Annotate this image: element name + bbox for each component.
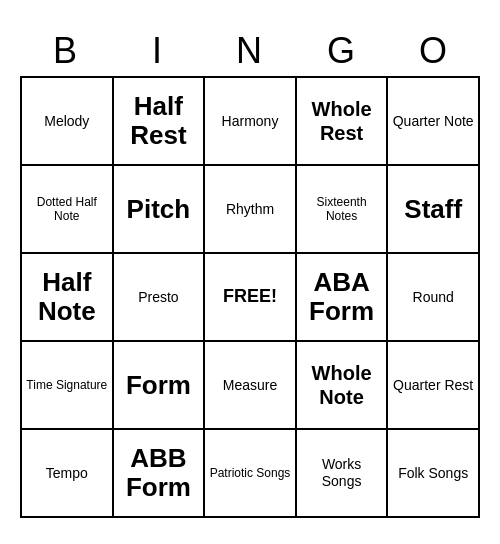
bingo-cell: Time Signature	[22, 342, 114, 430]
header-letter: G	[296, 26, 388, 76]
bingo-cell: Whole Note	[297, 342, 389, 430]
bingo-cell: ABA Form	[297, 254, 389, 342]
bingo-cell: Presto	[114, 254, 206, 342]
bingo-cell: Staff	[388, 166, 480, 254]
bingo-cell: Quarter Note	[388, 78, 480, 166]
header-letter: O	[388, 26, 480, 76]
bingo-cell: Half Rest	[114, 78, 206, 166]
bingo-cell: FREE!	[205, 254, 297, 342]
bingo-cell: Half Note	[22, 254, 114, 342]
header-letter: B	[20, 26, 112, 76]
header-letter: I	[112, 26, 204, 76]
bingo-cell: Measure	[205, 342, 297, 430]
bingo-cell: Works Songs	[297, 430, 389, 518]
bingo-grid: MelodyHalf RestHarmonyWhole RestQuarter …	[20, 76, 480, 518]
bingo-card: BINGO MelodyHalf RestHarmonyWhole RestQu…	[20, 26, 480, 518]
header-letter: N	[204, 26, 296, 76]
bingo-cell: Rhythm	[205, 166, 297, 254]
bingo-header: BINGO	[20, 26, 480, 76]
bingo-cell: Folk Songs	[388, 430, 480, 518]
bingo-cell: Melody	[22, 78, 114, 166]
bingo-cell: Form	[114, 342, 206, 430]
bingo-cell: Dotted Half Note	[22, 166, 114, 254]
bingo-cell: Quarter Rest	[388, 342, 480, 430]
bingo-cell: Pitch	[114, 166, 206, 254]
bingo-cell: Round	[388, 254, 480, 342]
bingo-cell: Sixteenth Notes	[297, 166, 389, 254]
bingo-cell: Patriotic Songs	[205, 430, 297, 518]
bingo-cell: Harmony	[205, 78, 297, 166]
bingo-cell: Whole Rest	[297, 78, 389, 166]
bingo-cell: Tempo	[22, 430, 114, 518]
bingo-cell: ABB Form	[114, 430, 206, 518]
